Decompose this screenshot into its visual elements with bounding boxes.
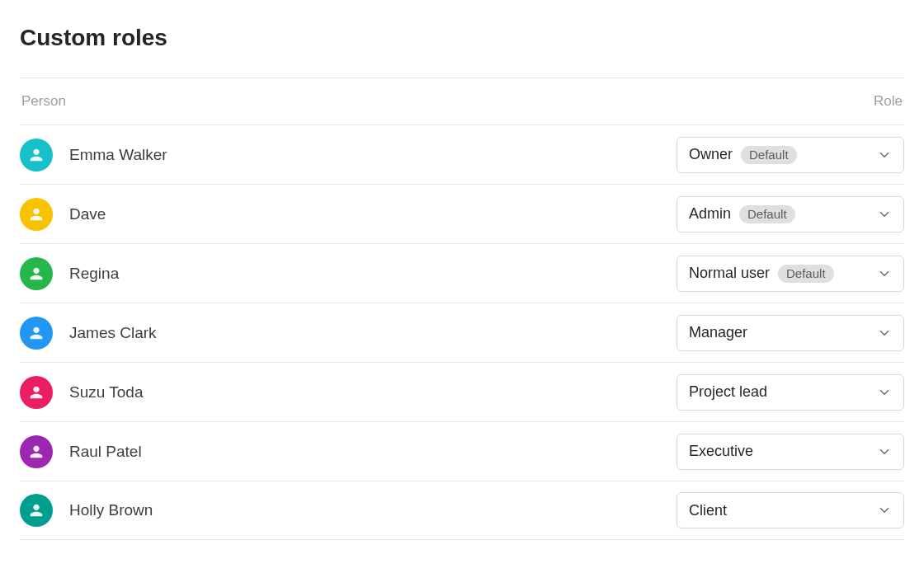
table-row: Suzu TodaProject lead xyxy=(20,362,904,421)
avatar xyxy=(20,257,53,290)
table-row: Holly BrownClient xyxy=(20,481,904,540)
avatar xyxy=(20,376,53,409)
table-row: ReginaNormal userDefault xyxy=(20,243,904,303)
chevron-down-icon xyxy=(877,326,892,340)
role-select[interactable]: AdminDefault xyxy=(676,196,904,232)
person-name: Dave xyxy=(69,205,106,223)
chevron-down-icon xyxy=(877,148,892,162)
person-cell: Emma Walker xyxy=(20,139,167,171)
person-name: Regina xyxy=(69,265,119,283)
role-label: Normal user xyxy=(689,265,770,282)
person-name: Emma Walker xyxy=(69,146,167,164)
role-label: Project lead xyxy=(689,383,767,401)
column-header-person: Person xyxy=(21,93,66,110)
role-label: Manager xyxy=(689,324,747,341)
chevron-down-icon xyxy=(877,385,892,400)
role-label: Executive xyxy=(689,443,753,460)
default-badge: Default xyxy=(778,265,834,283)
table-header: Person Role xyxy=(20,78,904,124)
column-header-role: Role xyxy=(874,93,903,110)
default-badge: Default xyxy=(741,146,797,164)
person-name: Suzu Toda xyxy=(69,383,143,402)
person-name: Raul Patel xyxy=(69,443,142,461)
person-cell: Holly Brown xyxy=(20,494,153,527)
role-select[interactable]: OwnerDefault xyxy=(676,137,904,173)
role-select[interactable]: Client xyxy=(676,492,904,528)
role-label: Admin xyxy=(689,205,731,223)
table-row: Emma WalkerOwnerDefault xyxy=(20,124,904,184)
table-row: Raul PatelExecutive xyxy=(20,421,904,481)
role-select[interactable]: Normal userDefault xyxy=(676,256,904,292)
chevron-down-icon xyxy=(877,444,892,459)
page-title: Custom roles xyxy=(20,25,904,51)
chevron-down-icon xyxy=(877,503,892,518)
role-label: Client xyxy=(689,502,727,519)
person-name: James Clark xyxy=(69,324,157,342)
avatar xyxy=(20,139,53,171)
chevron-down-icon xyxy=(877,207,892,222)
person-cell: Dave xyxy=(20,198,106,231)
person-cell: Suzu Toda xyxy=(20,376,143,409)
avatar xyxy=(20,317,53,350)
person-name: Holly Brown xyxy=(69,501,153,519)
role-label: Owner xyxy=(689,146,733,163)
person-cell: James Clark xyxy=(20,317,157,350)
default-badge: Default xyxy=(739,205,795,223)
avatar xyxy=(20,494,53,527)
person-cell: Raul Patel xyxy=(20,435,142,468)
table-row: DaveAdminDefault xyxy=(20,184,904,243)
table-row: James ClarkManager xyxy=(20,303,904,362)
role-select[interactable]: Project lead xyxy=(676,374,904,411)
role-select[interactable]: Manager xyxy=(676,315,904,351)
chevron-down-icon xyxy=(877,266,892,281)
avatar xyxy=(20,435,53,468)
role-select[interactable]: Executive xyxy=(676,434,904,470)
avatar xyxy=(20,198,53,231)
person-cell: Regina xyxy=(20,257,119,290)
